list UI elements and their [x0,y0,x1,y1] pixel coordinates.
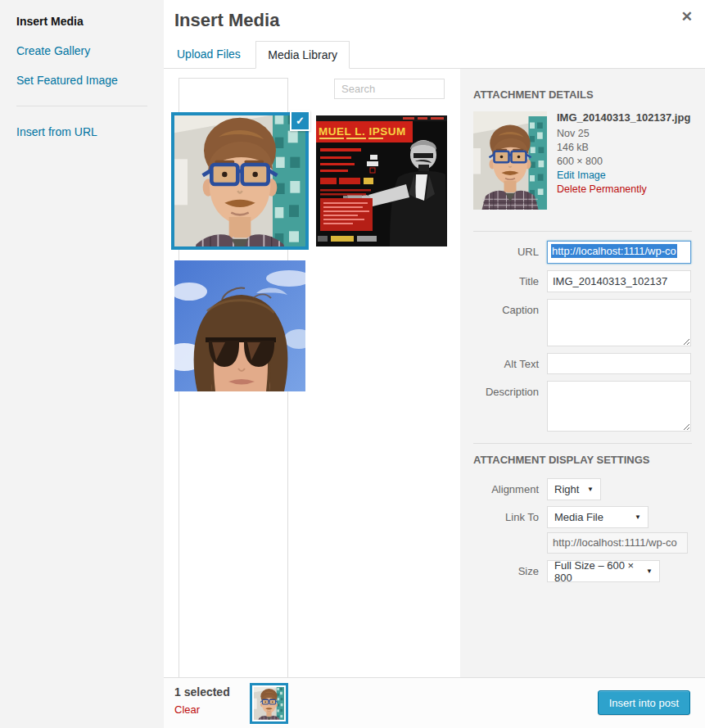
tab-media-library[interactable]: Media Library [255,41,350,69]
search-input[interactable] [334,79,445,99]
close-icon: ✕ [681,9,693,25]
alignment-label: Alignment [460,483,539,495]
menu-item-insert-from-url[interactable]: Insert from URL [0,117,164,147]
selfie-glasses-thumbnail [254,687,284,720]
page-title: Insert Media [164,0,705,31]
footer-toolbar: 1 selected Clear Insert into post [164,677,705,728]
insert-media-modal: Insert Media Create Gallery Set Featured… [0,0,705,728]
attachment-detail-thumbnail [473,111,547,210]
link-to-select[interactable]: Media File ▼ [547,506,649,528]
menu-item-create-gallery[interactable]: Create Gallery [0,36,164,66]
menu-item-insert-media[interactable]: Insert Media [0,7,164,36]
frame-content: All media items ▼ ✓ ATTACHMENT DETAILS [164,69,705,677]
clear-selection-link[interactable]: Clear [174,703,200,716]
media-item-samuel-ipsum-poster[interactable] [316,115,447,246]
selfie-glasses-thumbnail [473,111,547,210]
title-bar: Insert Media [164,0,705,41]
title-input[interactable] [547,270,691,292]
display-settings-heading: ATTACHMENT DISPLAY SETTINGS [473,454,649,466]
size-value: Full Size – 600 × 800 [554,559,641,584]
attachment-filename: IMG_20140313_102137.jpg [557,111,694,124]
separator [473,443,692,444]
media-menu: Insert Media Create Gallery Set Featured… [0,0,164,728]
link-to-label: Link To [460,511,539,523]
url-selected-text: http://localhost:1111/wp-co [551,244,677,258]
selected-check-badge[interactable]: ✓ [290,111,310,131]
samuel-ipsum-thumbnail [316,115,447,246]
selfie-glasses-thumbnail [174,115,305,246]
attachment-filesize: 146 kB [557,141,694,155]
chevron-down-icon: ▼ [635,513,641,521]
menu-item-set-featured-image[interactable]: Set Featured Image [0,66,164,95]
size-select[interactable]: Full Size – 600 × 800 ▼ [547,560,660,582]
media-item-selfie-glasses[interactable]: ✓ [174,115,305,246]
link-to-value: Media File [554,511,603,523]
attachment-dimensions: 600 × 800 [557,155,694,169]
selection-preview-thumbnail[interactable] [250,683,288,724]
insert-into-post-button[interactable]: Insert into post [598,690,690,715]
delete-permanently-link[interactable]: Delete Permanently [557,183,694,197]
description-textarea[interactable] [547,381,691,432]
title-label: Title [460,275,539,287]
attachment-sidebar: ATTACHMENT DETAILS IMG_20140313_102137.j… [460,69,705,677]
menu-separator [16,106,147,106]
chevron-down-icon: ▼ [646,567,653,575]
attachment-date: Nov 25 [557,127,694,141]
alignment-select[interactable]: Right ▼ [547,478,601,500]
url-label: URL [460,246,539,258]
tab-upload-files[interactable]: Upload Files [165,41,252,68]
description-label: Description [460,386,539,398]
attachments-browser: All media items ▼ ✓ [164,69,460,677]
router-tabs: Upload Files Media Library [164,41,705,69]
size-label: Size [460,565,539,577]
close-button[interactable]: ✕ [681,10,693,24]
attachment-detail-info: IMG_20140313_102137.jpg Nov 25 146 kB 60… [557,111,694,197]
edit-image-link[interactable]: Edit Image [557,169,694,183]
media-item-selfie-sunglasses-sky[interactable] [174,260,305,391]
check-icon: ✓ [296,115,305,127]
caption-label: Caption [460,304,539,316]
url-input[interactable]: http://localhost:1111/wp-co [547,241,691,264]
separator [473,231,692,232]
attachment-details-heading: ATTACHMENT DETAILS [473,88,594,101]
alt-text-label: Alt Text [460,358,539,370]
chevron-down-icon: ▼ [587,486,594,493]
alignment-value: Right [554,483,579,495]
caption-textarea[interactable] [547,299,691,346]
link-url-field[interactable]: http://localhost:1111/wp-co [547,532,688,554]
selfie-sunglasses-thumbnail [174,260,305,391]
alt-text-input[interactable] [547,353,691,374]
selection-count: 1 selected [174,685,230,699]
